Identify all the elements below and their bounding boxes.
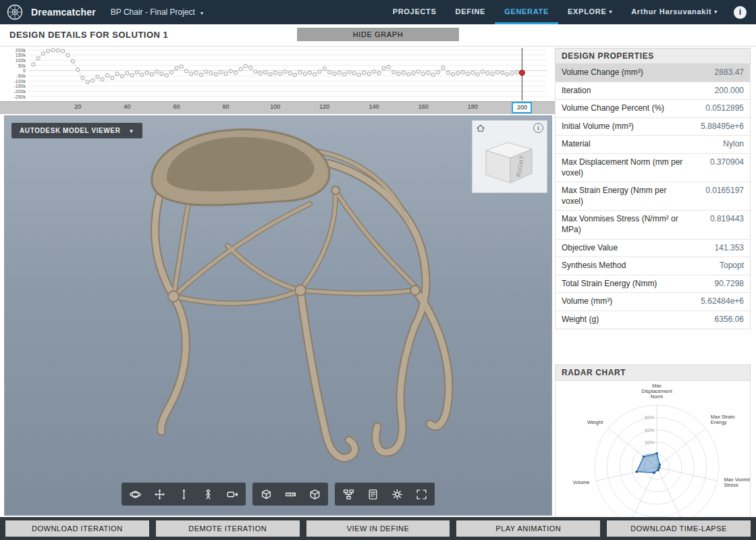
property-row[interactable]: Volume Change (mm³)2883.47 — [556, 64, 750, 82]
dreamcatcher-logo-icon — [7, 4, 23, 20]
nav-item-explore[interactable]: EXPLORE▾ — [558, 0, 622, 24]
svg-text:100k: 100k — [16, 58, 26, 63]
property-label: Volume Change (mm³) — [562, 68, 643, 78]
property-value: 5.88495e+6 — [701, 122, 744, 132]
project-selector[interactable]: BP Chair - Final Project ▾ — [111, 7, 203, 17]
download-time-lapse-button[interactable]: DOWNLOAD TIME-LAPSE — [607, 520, 751, 537]
app-title: Dreamcatcher — [31, 7, 96, 18]
svg-text:0: 0 — [23, 68, 26, 73]
viewcube-panel: i RIGHT — [472, 120, 547, 193]
radar-axis-label: Max StrainEnergy — [711, 414, 735, 425]
radar-chart-title: RADAR CHART — [555, 364, 751, 381]
iteration-chart: 200k150k100k50k0-50k-100k-150k-200k-250k — [0, 47, 555, 102]
property-row[interactable]: Max Strain Energy (Nmm per voxel)0.01651… — [556, 182, 750, 211]
iteration-slider[interactable]: 200 20406080100120140160180 — [0, 101, 555, 114]
property-row[interactable]: Total Strain Energy (Nmm)90.7298 — [556, 275, 750, 294]
svg-text:Stress: Stress — [724, 481, 738, 487]
section-icon[interactable] — [254, 484, 278, 504]
toolbar-group — [252, 483, 328, 506]
page-title: DESIGN DETAILS FOR SOLUTION 1 — [9, 30, 168, 40]
nav-item-generate[interactable]: GENERATE — [495, 0, 558, 24]
orbit-icon[interactable] — [123, 484, 147, 504]
project-selector-label: BP Chair - Final Project — [111, 7, 195, 17]
svg-text:80%: 80% — [645, 415, 654, 420]
svg-text:-100k: -100k — [14, 79, 26, 84]
slider-tick-label: 60 — [173, 103, 180, 110]
svg-text:-250k: -250k — [14, 94, 26, 99]
svg-text:50k: 50k — [18, 63, 26, 68]
info-icon[interactable]: i — [734, 6, 747, 19]
property-label: Max Strain Energy (Nmm per voxel) — [562, 186, 687, 207]
cube-icon[interactable] — [302, 484, 327, 504]
download-iteration-button[interactable]: DOWNLOAD ITERATION — [5, 520, 149, 537]
zoom-icon[interactable] — [171, 484, 196, 504]
dreamcatcher-app: Dreamcatcher BP Chair - Final Project ▾ … — [0, 0, 756, 540]
demote-iteration-button[interactable]: DEMOTE ITERATION — [156, 520, 300, 537]
svg-text:-200k: -200k — [14, 89, 26, 94]
first-person-icon[interactable] — [196, 484, 220, 504]
svg-text:Norm: Norm — [651, 394, 663, 400]
pan-icon[interactable] — [147, 484, 171, 504]
property-value: 0.370904 — [710, 157, 744, 168]
viewcube[interactable]: RIGHT — [473, 133, 545, 190]
hide-graph-button[interactable]: HIDE GRAPH — [297, 28, 459, 41]
viewer-menu-label: AUTODESK MODEL VIEWER — [20, 127, 120, 134]
viewer-menu-button[interactable]: AUTODESK MODEL VIEWER ▼ — [11, 123, 142, 138]
property-label: Objective Value — [562, 243, 618, 254]
nav-item-define[interactable]: DEFINE — [446, 0, 495, 24]
home-icon[interactable] — [476, 124, 485, 133]
svg-text:-50k: -50k — [16, 74, 26, 78]
chevron-down-icon: ▼ — [128, 128, 134, 134]
property-row[interactable]: Volume Change Percent (%)0.0512895 — [556, 100, 750, 118]
property-value: 0.0512895 — [705, 103, 744, 114]
chevron-down-icon: ▾ — [200, 10, 203, 16]
iteration-slider-thumb[interactable]: 200 — [512, 102, 532, 113]
svg-text:-150k: -150k — [14, 84, 26, 88]
toolbar-group — [335, 483, 435, 506]
camera-icon[interactable] — [220, 484, 244, 504]
radar-axis-label: MaxDisplacementNorm — [641, 383, 672, 400]
model-browser-icon[interactable] — [336, 484, 360, 504]
radar-axis-label: Weight — [587, 419, 603, 425]
property-row[interactable]: Weight (g)6356.06 — [556, 311, 750, 329]
properties-icon[interactable] — [360, 484, 385, 504]
property-value: 0.0165197 — [705, 186, 744, 196]
nav-menu: PROJECTSDEFINEGENERATEEXPLORE▾Arthur Har… — [383, 0, 727, 24]
measure-icon[interactable] — [278, 484, 302, 504]
footer-action-bar: DOWNLOAD ITERATIONDEMOTE ITERATIONVIEW I… — [0, 517, 756, 540]
model-viewport[interactable]: AUTODESK MODEL VIEWER ▼ i — [4, 115, 552, 516]
slider-tick-label: 180 — [468, 103, 478, 110]
property-label: Weight (g) — [562, 315, 599, 325]
property-row[interactable]: Objective Value141.353 — [556, 240, 750, 258]
toolbar-group — [122, 483, 246, 506]
svg-text:Energy: Energy — [711, 419, 727, 425]
property-row[interactable]: MaterialNylon — [556, 136, 750, 154]
radar-axis-label: Volume — [573, 479, 590, 485]
svg-text:40%: 40% — [645, 440, 654, 445]
property-label: Volume Change Percent (%) — [562, 103, 664, 114]
property-row[interactable]: Iteration200.000 — [556, 82, 750, 101]
play-animation-button[interactable]: PLAY ANIMATION — [456, 520, 600, 537]
right-sidebar: DESIGN PROPERTIES Volume Change (mm³)288… — [555, 47, 756, 517]
radar-chart: 20%40%60%80%MaxDisplacementNormMax Strai… — [556, 381, 750, 540]
chevron-down-icon: ▾ — [714, 9, 718, 15]
property-row[interactable]: Max Vonmises Stress (N/mm² or MPa)0.8194… — [556, 211, 750, 239]
property-row[interactable]: Synthesis MethodTopopt — [556, 257, 750, 275]
property-label: Material — [562, 139, 591, 150]
chair-model — [126, 124, 504, 502]
property-row[interactable]: Volume (mm³)5.62484e+6 — [556, 293, 750, 311]
property-row[interactable]: Initial Volume (mm³)5.88495e+6 — [556, 118, 750, 136]
slider-tick-label: 20 — [74, 103, 81, 110]
nav-item-projects[interactable]: PROJECTS — [383, 0, 446, 24]
svg-text:150k: 150k — [16, 53, 26, 57]
property-label: Total Strain Energy (Nmm) — [562, 279, 657, 290]
view-in-define-button[interactable]: VIEW IN DEFINE — [306, 520, 450, 537]
property-row[interactable]: Max Displacement Norm (mm per voxel)0.37… — [556, 154, 750, 182]
svg-text:200k: 200k — [16, 48, 26, 53]
property-value: 200.000 — [715, 86, 744, 97]
settings-icon[interactable] — [385, 484, 409, 504]
fullscreen-icon[interactable] — [409, 484, 433, 504]
nav-item-arthur-harsuvanakit[interactable]: Arthur Harsuvanakit▾ — [622, 0, 727, 24]
viewer-info-icon[interactable]: i — [533, 123, 543, 133]
slider-tick-label: 40 — [124, 103, 130, 110]
